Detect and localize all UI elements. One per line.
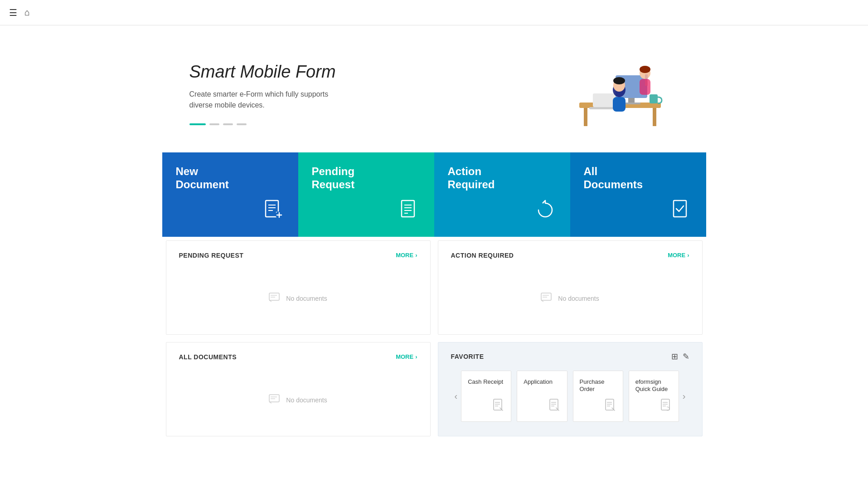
favorite-actions: ⊞ ✎ xyxy=(671,352,689,362)
favorite-item-cash-receipt[interactable]: Cash Receipt xyxy=(461,371,511,422)
action-required-empty: No documents xyxy=(451,274,689,323)
dot-2[interactable] xyxy=(209,123,219,125)
bottom-grid: ALL DOCUMENTS MORE › xyxy=(162,338,706,440)
topbar: ☰ ⌂ xyxy=(0,0,868,25)
all-documents-icon xyxy=(584,199,693,226)
chevron-right-icon: › xyxy=(687,252,689,259)
favorite-items: Cash Receipt xyxy=(461,371,679,422)
svg-point-12 xyxy=(613,77,625,84)
no-docs-icon xyxy=(269,292,281,305)
favorite-item-purchase-order-icon xyxy=(580,399,616,414)
no-docs-icon-2 xyxy=(541,292,553,305)
nav-tiles: NewDocument PendingRequest xyxy=(162,152,706,237)
favorite-item-quick-guide-icon xyxy=(635,399,672,414)
favorite-item-application-name: Application xyxy=(524,378,560,386)
favorite-item-application-icon xyxy=(524,399,560,414)
chevron-right-icon: › xyxy=(415,252,417,259)
favorite-add-button[interactable]: ⊞ xyxy=(671,352,678,362)
favorite-item-application[interactable]: Application xyxy=(517,371,567,422)
hamburger-icon[interactable]: ☰ xyxy=(9,7,17,18)
all-documents-more[interactable]: MORE › xyxy=(396,353,417,360)
main-content: Smart Mobile Form Create smarter e-Form … xyxy=(162,25,706,458)
svg-rect-6 xyxy=(650,94,658,103)
nav-tile-action-required-title: ActionRequired xyxy=(448,165,557,191)
svg-rect-28 xyxy=(269,293,279,300)
svg-rect-10 xyxy=(613,97,626,112)
svg-rect-2 xyxy=(653,108,656,126)
dot-1[interactable] xyxy=(189,123,206,125)
hero-subtitle: Create smarter e-Form which fully suppor… xyxy=(189,89,552,111)
action-required-icon xyxy=(448,199,557,226)
pending-request-title: PENDING REQUEST xyxy=(179,252,244,259)
favorite-header: FAVORITE ⊞ ✎ xyxy=(451,352,689,362)
dot-4[interactable] xyxy=(237,123,247,125)
favorite-carousel: ‹ Cash Receipt xyxy=(451,371,689,422)
all-documents-card: ALL DOCUMENTS MORE › xyxy=(166,342,431,436)
all-documents-title: ALL DOCUMENTS xyxy=(179,353,237,361)
svg-point-14 xyxy=(640,66,650,73)
svg-rect-16 xyxy=(640,79,650,95)
action-required-more[interactable]: MORE › xyxy=(668,252,689,259)
favorite-title: FAVORITE xyxy=(451,353,484,360)
pending-no-docs-text: No documents xyxy=(286,295,327,302)
pending-request-icon xyxy=(312,199,421,226)
all-documents-empty: No documents xyxy=(179,375,417,425)
dot-3[interactable] xyxy=(223,123,233,125)
carousel-prev-arrow[interactable]: ‹ xyxy=(451,387,461,405)
action-required-header: ACTION REQUIRED MORE › xyxy=(451,252,689,259)
action-no-docs-text: No documents xyxy=(558,295,599,302)
hero-text: Smart Mobile Form Create smarter e-Form … xyxy=(189,62,552,125)
nav-tile-pending-request[interactable]: PendingRequest xyxy=(298,152,434,237)
svg-rect-32 xyxy=(541,293,551,300)
nav-tile-new-document-title: NewDocument xyxy=(176,165,285,191)
favorite-item-purchase-order[interactable]: Purchase Order xyxy=(573,371,623,422)
svg-rect-22 xyxy=(402,200,414,217)
new-document-icon xyxy=(176,199,285,226)
chevron-right-icon: › xyxy=(415,353,417,360)
nav-tile-action-required[interactable]: ActionRequired xyxy=(434,152,570,237)
nav-tile-new-document[interactable]: NewDocument xyxy=(162,152,298,237)
svg-rect-27 xyxy=(674,200,686,217)
svg-rect-52 xyxy=(661,399,669,410)
pending-request-more[interactable]: MORE › xyxy=(396,252,417,259)
nav-tile-all-documents-title: AllDocuments xyxy=(584,165,693,191)
pending-request-card: PENDING REQUEST MORE › xyxy=(166,240,431,335)
svg-rect-1 xyxy=(584,108,587,126)
svg-rect-4 xyxy=(628,98,635,103)
all-docs-no-docs-text: No documents xyxy=(286,396,327,404)
action-required-card: ACTION REQUIRED MORE › xyxy=(438,240,703,335)
favorite-item-quick-guide-name: eformsign Quick Guide xyxy=(635,378,672,394)
favorite-item-cash-receipt-name: Cash Receipt xyxy=(468,378,504,386)
home-icon[interactable]: ⌂ xyxy=(24,7,30,18)
favorite-item-quick-guide[interactable]: eformsign Quick Guide xyxy=(629,371,679,422)
carousel-next-arrow[interactable]: › xyxy=(679,387,689,405)
page-wrapper: ☰ ⌂ Smart Mobile Form Create smarter e-F… xyxy=(0,0,868,489)
action-required-title: ACTION REQUIRED xyxy=(451,252,514,259)
favorite-card: FAVORITE ⊞ ✎ ‹ Cash Receipt xyxy=(438,342,703,436)
hero-title: Smart Mobile Form xyxy=(189,62,552,82)
all-documents-header: ALL DOCUMENTS MORE › xyxy=(179,353,417,361)
sections-grid: PENDING REQUEST MORE › xyxy=(162,237,706,338)
svg-rect-7 xyxy=(593,93,616,107)
hero-illustration xyxy=(552,48,679,139)
favorite-item-cash-receipt-icon xyxy=(468,399,504,414)
favorite-edit-button[interactable]: ✎ xyxy=(683,352,689,362)
nav-tile-pending-request-title: PendingRequest xyxy=(312,165,421,191)
nav-tile-all-documents[interactable]: AllDocuments xyxy=(570,152,706,237)
favorite-item-purchase-order-name: Purchase Order xyxy=(580,378,616,394)
hero-dots xyxy=(189,123,552,125)
no-docs-icon-3 xyxy=(269,393,281,407)
hero-section: Smart Mobile Form Create smarter e-Form … xyxy=(162,25,706,152)
pending-request-empty: No documents xyxy=(179,274,417,323)
svg-rect-36 xyxy=(269,395,279,402)
pending-request-header: PENDING REQUEST MORE › xyxy=(179,252,417,259)
